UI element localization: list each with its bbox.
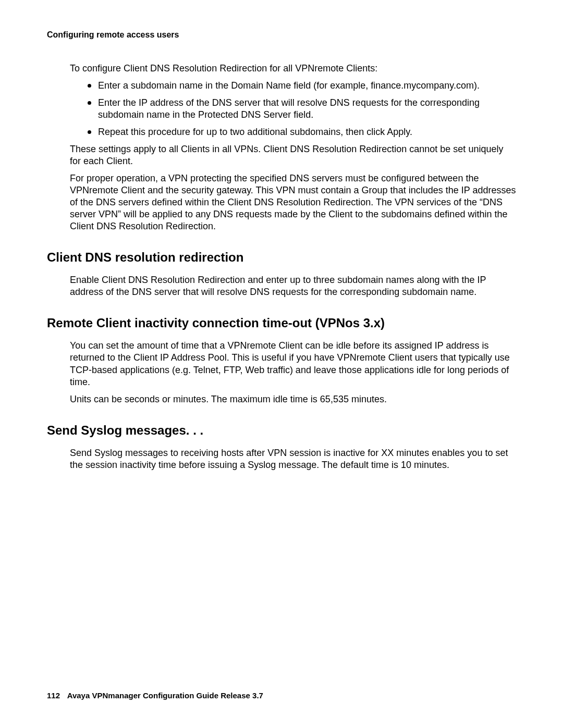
section-body: You can set the amount of time that a VP…	[70, 340, 516, 405]
page: Configuring remote access users To confi…	[0, 0, 563, 728]
section-body: Enable Client DNS Resolution Redirection…	[70, 274, 516, 298]
page-footer: 112 Avaya VPNmanager Configuration Guide…	[47, 691, 263, 700]
section-heading-client-dns: Client DNS resolution redirection	[47, 250, 516, 265]
bullet-list: Enter a subdomain name in the Domain Nam…	[70, 80, 516, 138]
paragraph: Units can be seconds or minutes. The max…	[70, 393, 516, 405]
paragraph: These settings apply to all Clients in a…	[70, 143, 516, 167]
section-body: Send Syslog messages to receiving hosts …	[70, 447, 516, 471]
running-header: Configuring remote access users	[47, 30, 516, 40]
footer-doc-title: Avaya VPNmanager Configuration Guide Rel…	[67, 691, 263, 700]
list-item: Enter a subdomain name in the Domain Nam…	[98, 80, 516, 92]
section-heading-syslog: Send Syslog messages. . .	[47, 423, 516, 438]
paragraph: Enable Client DNS Resolution Redirection…	[70, 274, 516, 298]
paragraph: To configure Client DNS Resolution Redir…	[70, 63, 516, 75]
page-number: 112	[47, 691, 60, 700]
list-item: Repeat this procedure for up to two addi…	[98, 126, 516, 138]
paragraph: Send Syslog messages to receiving hosts …	[70, 447, 516, 471]
paragraph: You can set the amount of time that a VP…	[70, 340, 516, 388]
section-heading-inactivity-timeout: Remote Client inactivity connection time…	[47, 316, 516, 330]
paragraph: For proper operation, a VPN protecting t…	[70, 172, 516, 232]
body-content: To configure Client DNS Resolution Redir…	[70, 63, 516, 232]
list-item: Enter the IP address of the DNS server t…	[98, 97, 516, 121]
